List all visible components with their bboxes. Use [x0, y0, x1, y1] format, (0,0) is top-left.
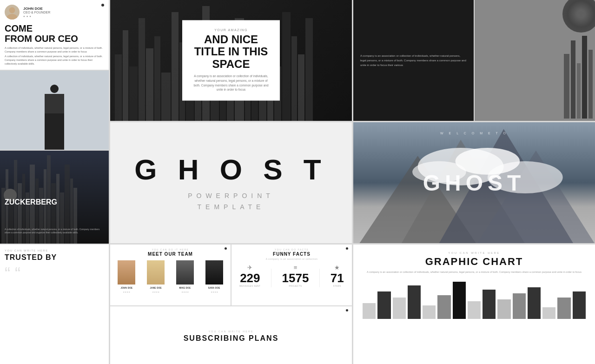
- hero-body: A company is an association or collectio…: [192, 74, 270, 93]
- fact-item-3: ★ 71 STARS: [331, 264, 344, 287]
- left-column: JOHN DOE CEO & FOUNDER ● ● ● COME FROM O…: [0, 0, 109, 364]
- member-stars-2: ★★★★: [152, 291, 159, 293]
- bar-15: [573, 291, 586, 319]
- ceo-name: JOHN DOE: [23, 7, 50, 11]
- zuck-body: A collection of individuals, whether nat…: [5, 228, 104, 234]
- hero-subtitle: YOUR AMAZING: [192, 28, 270, 32]
- mountain-slide: W E L C O M E T O GHOST: [353, 122, 595, 243]
- team-member-2: JANE DOE ★★★★: [147, 260, 165, 293]
- fact-icon-3: ★: [331, 264, 344, 271]
- person-silhouette: [40, 85, 70, 150]
- ceo-info: JOHN DOE CEO & FOUNDER ● ● ●: [23, 7, 50, 18]
- chart-title: GRAPHIC CHART: [360, 256, 588, 268]
- trusted-label: YOU CAN WRITE HERE: [5, 249, 104, 252]
- bar-14: [557, 298, 570, 319]
- subscribing-dot: [346, 309, 348, 311]
- trusted-quotes: “ “: [5, 266, 104, 281]
- member-photo-1: [118, 260, 135, 285]
- books-visual: [562, 24, 595, 121]
- member-stars-4: ★★★★: [211, 291, 218, 293]
- fact-label-2: PROJECTS: [282, 285, 309, 287]
- ghost-subtitle: POWERPOINT TEMPLATE: [188, 191, 274, 213]
- team-dot: [225, 247, 227, 250]
- hero-main-title: AND NICETITLE IN THISSPACE: [192, 33, 270, 70]
- ceo-avatar: [5, 5, 20, 20]
- chart-pre-label: YOU CAN WRITE HERE: [360, 251, 588, 254]
- person-head: [50, 85, 59, 93]
- bar-7: [453, 282, 466, 319]
- team-members-list: JOHN DOE ★★★★ JANE DOE ★★★★ MIKE DOE ★★★…: [113, 260, 228, 293]
- social-icon-1: ●: [23, 15, 25, 18]
- bar-chart: [360, 279, 588, 319]
- books-panel: [475, 0, 595, 121]
- bar-11: [513, 293, 526, 319]
- team-member-3: MIKE DOE ★★★★: [176, 260, 194, 293]
- member-stars-3: ★★★★: [181, 291, 189, 293]
- chart-slide: YOU CAN WRITE HERE GRAPHIC CHART A compa…: [353, 245, 595, 364]
- social-icons: ● ● ●: [23, 15, 50, 18]
- bar-4: [408, 285, 421, 319]
- zuck-slide: ZUCKERBERG A collection of individuals, …: [0, 151, 109, 244]
- chart-body: A company is an association or collectio…: [360, 270, 588, 274]
- member-name-4: SARA DOE: [208, 287, 220, 289]
- bar-12: [528, 287, 541, 319]
- ceo-header: JOHN DOE CEO & FOUNDER ● ● ●: [5, 5, 104, 20]
- person-body: [45, 94, 64, 150]
- facts-sep-1: [271, 269, 271, 287]
- social-icon-3: ●: [29, 15, 31, 18]
- subscribing-pre-label: YOU CAN WRITE HERE: [208, 330, 253, 333]
- team-member-1: JOHN DOE ★★★★: [118, 260, 135, 293]
- bar-5: [423, 305, 436, 319]
- ceo-main-title: COME FROM OUR CEO: [5, 23, 104, 44]
- bar-13: [542, 307, 555, 319]
- trusted-title: TRUSTED BY: [5, 253, 104, 262]
- fact-label-3: STARS: [331, 285, 344, 287]
- person-slide: [0, 71, 109, 150]
- bar-9: [483, 290, 496, 319]
- ceo-slide: JOHN DOE CEO & FOUNDER ● ● ● COME FROM O…: [0, 0, 109, 70]
- member-name-3: MIKE DOE: [179, 287, 191, 289]
- ceo-body-2: A collection of individuals, whether nat…: [5, 55, 104, 66]
- dark-text-box: A company is an association or collectio…: [353, 0, 474, 121]
- hero-white-box: YOUR AMAZING AND NICETITLE IN THISSPACE …: [182, 20, 280, 100]
- member-name-2: JANE DOE: [150, 287, 161, 289]
- team-member-4: SARA DOE ★★★★: [205, 260, 223, 293]
- fact-number-1: 229: [239, 272, 260, 284]
- bar-3: [393, 298, 406, 319]
- team-pre-label: YOU CAN DO IT HERE: [113, 248, 228, 251]
- social-icon-2: ●: [26, 15, 28, 18]
- mountain-ghost-text: GHOST: [423, 170, 526, 196]
- facts-dot: [346, 247, 348, 250]
- fact-item-1: ✈ 229 MESSAGES SENT: [239, 264, 260, 287]
- member-photo-2: [147, 260, 165, 285]
- main-grid: JOHN DOE CEO & FOUNDER ● ● ● COME FROM O…: [0, 0, 595, 364]
- bar-6: [437, 295, 450, 319]
- svg-point-0: [9, 7, 15, 13]
- svg-point-1: [7, 14, 17, 20]
- ghost-main-title: G H O S T: [134, 153, 327, 186]
- ceo-body-1: A collection of individuals, whether nat…: [5, 46, 104, 53]
- bar-1: [363, 303, 376, 319]
- mountain-welcome: W E L C O M E T O: [353, 132, 595, 135]
- bar-8: [468, 301, 481, 319]
- shirt-detail: [45, 94, 64, 113]
- facts-title: FUNNY FACTS: [234, 251, 349, 257]
- bar-10: [497, 299, 510, 319]
- facts-sub: A company is an association or collectio…: [234, 258, 349, 260]
- facts-sep-2: [319, 269, 320, 287]
- center-row3: YOU CAN DO IT HERE MEET OUR TEAM JOHN DO…: [110, 245, 352, 364]
- fact-number-2: 1575: [282, 272, 309, 284]
- member-stars-1: ★★★★: [123, 291, 130, 293]
- subscribing-title: SUBSCRIBING PLANS: [184, 334, 279, 343]
- ghost-slide: G H O S T POWERPOINT TEMPLATE: [110, 122, 352, 243]
- fact-item-2: ≡ 1575 PROJECTS: [282, 264, 309, 287]
- bar-2: [377, 291, 390, 319]
- dot-indicator: [101, 4, 104, 7]
- member-photo-3: [176, 260, 194, 285]
- team-slide: YOU CAN DO IT HERE MEET OUR TEAM JOHN DO…: [110, 245, 231, 305]
- facts-pre-label: YOU CAN DO FACTS: [234, 248, 349, 251]
- zuck-name: ZUCKERBERG: [5, 198, 57, 206]
- facts-slide: YOU CAN DO FACTS FUNNY FACTS A company i…: [231, 245, 352, 305]
- fact-icon-1: ✈: [239, 264, 260, 271]
- subscribing-slide: YOU CAN WRITE HERE SUBSCRIBING PLANS: [110, 306, 352, 364]
